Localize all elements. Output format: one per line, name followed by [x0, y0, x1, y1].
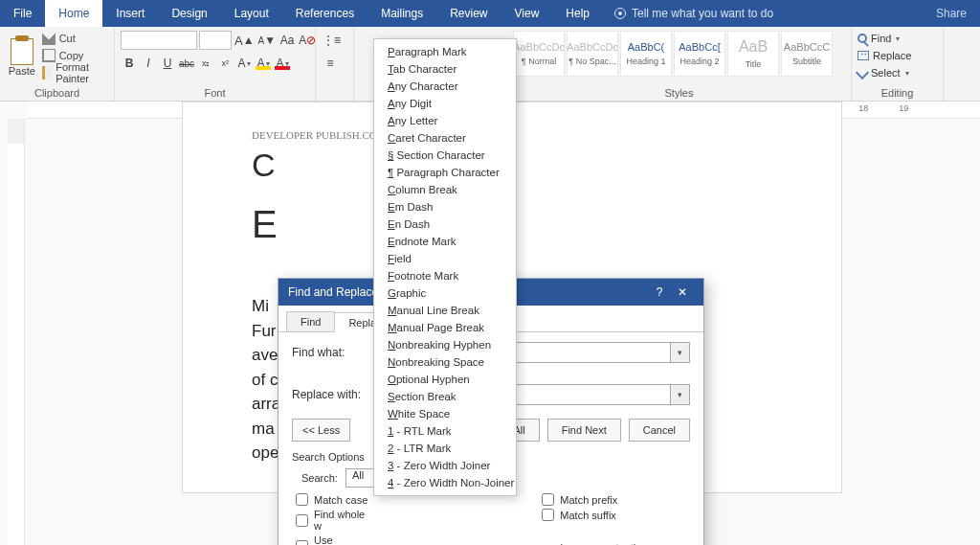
replace-button[interactable]: Replace [858, 48, 911, 63]
format-painter-button[interactable]: Format Painter [42, 65, 108, 80]
menu-footnote-mark[interactable]: Footnote Mark [374, 267, 516, 284]
style-title[interactable]: AaBTitle [727, 31, 779, 77]
dialog-close-button[interactable]: ✕ [671, 285, 694, 299]
tab-find[interactable]: Find [286, 311, 335, 331]
find-what-label: Find what: [292, 346, 365, 359]
titlebar: File Home Insert Design Layout Reference… [0, 0, 980, 27]
tell-me[interactable]: Tell me what you want to do [603, 0, 785, 27]
highlight-button[interactable]: A▾ [255, 54, 272, 73]
vertical-ruler [8, 119, 25, 545]
menu-section-break[interactable]: Section Break [374, 388, 516, 405]
italic-button[interactable]: I [140, 54, 157, 73]
menu-em-dash[interactable]: Em Dash [374, 198, 516, 216]
bullets-button[interactable]: ⋮≡ [322, 31, 342, 50]
font-color-button[interactable]: A▾ [274, 54, 291, 73]
menu-field[interactable]: Field [374, 250, 516, 267]
menu-paragraph-mark[interactable]: Paragraph Mark [374, 43, 516, 60]
bold-button[interactable]: B [121, 54, 138, 73]
tab-view[interactable]: View [501, 0, 553, 27]
menu-graphic[interactable]: Graphic [374, 284, 516, 302]
select-button[interactable]: Select▾ [858, 65, 911, 80]
menu-nonbreaking-space[interactable]: Nonbreaking Space [374, 353, 516, 371]
checkbox[interactable] [296, 514, 308, 527]
less-button[interactable]: << Less [292, 419, 350, 442]
shrink-font-button[interactable]: A▼ [257, 31, 278, 50]
check-match-case[interactable]: Match case [296, 493, 369, 506]
tab-help[interactable]: Help [552, 0, 603, 27]
underline-button[interactable]: U [159, 54, 176, 73]
align-left-button[interactable]: ≡ [322, 54, 339, 73]
superscript-button[interactable]: x² [216, 54, 234, 73]
tell-me-label: Tell me what you want to do [632, 7, 773, 20]
menu--paragraph-character[interactable]: ¶ Paragraph Character [374, 164, 516, 181]
check-match-suffix[interactable]: Match suffix [542, 509, 690, 521]
tab-layout[interactable]: Layout [221, 0, 282, 27]
tab-design[interactable]: Design [158, 0, 220, 27]
grow-font-button[interactable]: A▲ [234, 31, 256, 50]
menu-tab-character[interactable]: Tab Character [374, 60, 516, 78]
find-label: Find [871, 33, 891, 44]
tab-file[interactable]: File [0, 0, 45, 27]
style-heading-2[interactable]: AaBbCc[Heading 2 [674, 31, 725, 77]
menu-3-zero-width-joiner[interactable]: 3 - Zero Width Joiner [374, 457, 516, 474]
menu-column-break[interactable]: Column Break [374, 181, 516, 198]
tab-mailings[interactable]: Mailings [368, 0, 436, 27]
check-use-wildcard[interactable]: Use wildcard [296, 534, 369, 545]
style--no-spac-[interactable]: AaBbCcDc¶ No Spac... [567, 31, 618, 77]
bulb-icon [614, 8, 626, 19]
font-size-combo[interactable] [199, 31, 232, 50]
cut-icon [42, 32, 56, 45]
shrink-a: A [258, 35, 265, 46]
menu-endnote-mark[interactable]: Endnote Mark [374, 233, 516, 250]
paste-button[interactable]: Paste [6, 31, 38, 84]
checkbox[interactable] [542, 493, 554, 506]
style-subtitle[interactable]: AaBbCcCSubtitle [781, 31, 833, 77]
find-next-button[interactable]: Find Next [547, 419, 621, 442]
menu-caret-character[interactable]: Caret Character [374, 129, 516, 147]
checkbox[interactable] [296, 493, 308, 506]
menu-1-rtl-mark[interactable]: 1 - RTL Mark [374, 422, 516, 440]
menu-en-dash[interactable]: En Dash [374, 216, 516, 233]
style--normal[interactable]: AaBbCcDc¶ Normal [513, 31, 565, 77]
search-dir-label: Search: [301, 472, 338, 484]
font-group-label: Font [121, 85, 309, 99]
tab-insert[interactable]: Insert [102, 0, 158, 27]
menu-any-letter[interactable]: Any Letter [374, 112, 516, 129]
strike-button[interactable]: abc [178, 54, 195, 73]
menu-any-character[interactable]: Any Character [374, 78, 516, 95]
menu--section-character[interactable]: § Section Character [374, 147, 516, 164]
font-name-combo[interactable] [121, 31, 197, 50]
checkbox[interactable] [542, 509, 554, 521]
menu-2-ltr-mark[interactable]: 2 - LTR Mark [374, 440, 516, 457]
change-case-button[interactable]: Aa [278, 31, 296, 50]
menu-4-zero-width-non-joiner[interactable]: 4 - Zero Width Non-Joiner [374, 474, 516, 491]
find-what-dropdown[interactable]: ▾ [671, 342, 690, 363]
editing-group-label: Editing [858, 85, 937, 99]
checkbox[interactable] [296, 540, 308, 546]
menu-optional-hyphen[interactable]: Optional Hyphen [374, 371, 516, 388]
special-menu: Paragraph MarkTab CharacterAny Character… [373, 38, 517, 496]
tab-review[interactable]: Review [436, 0, 501, 27]
dialog-title: Find and Replace [288, 285, 378, 299]
menu-white-space[interactable]: White Space [374, 405, 516, 422]
dialog-help-button[interactable]: ? [648, 285, 671, 299]
clear-format-button[interactable]: A⊘ [298, 31, 317, 50]
share-button[interactable]: Share [923, 0, 980, 27]
tab-home[interactable]: Home [45, 0, 102, 27]
select-label: Select [871, 67, 901, 79]
menu-manual-page-break[interactable]: Manual Page Break [374, 319, 516, 336]
text-effects-button[interactable]: A▾ [235, 54, 253, 73]
check-match-prefix[interactable]: Match prefix [542, 493, 690, 506]
style-heading-1[interactable]: AaBbC(Heading 1 [620, 31, 672, 77]
replace-with-dropdown[interactable]: ▾ [671, 384, 690, 405]
subscript-button[interactable]: x₂ [197, 54, 214, 73]
find-button[interactable]: Find▾ [858, 31, 911, 46]
cancel-button[interactable]: Cancel [629, 419, 690, 442]
menu-nonbreaking-hyphen[interactable]: Nonbreaking Hyphen [374, 336, 516, 353]
menu-any-digit[interactable]: Any Digit [374, 95, 516, 112]
check-find-whole-w[interactable]: Find whole w [296, 509, 369, 532]
cut-label: Cut [59, 33, 76, 44]
menu-manual-line-break[interactable]: Manual Line Break [374, 302, 516, 319]
cut-button[interactable]: Cut [42, 31, 108, 46]
tab-references[interactable]: References [282, 0, 368, 27]
